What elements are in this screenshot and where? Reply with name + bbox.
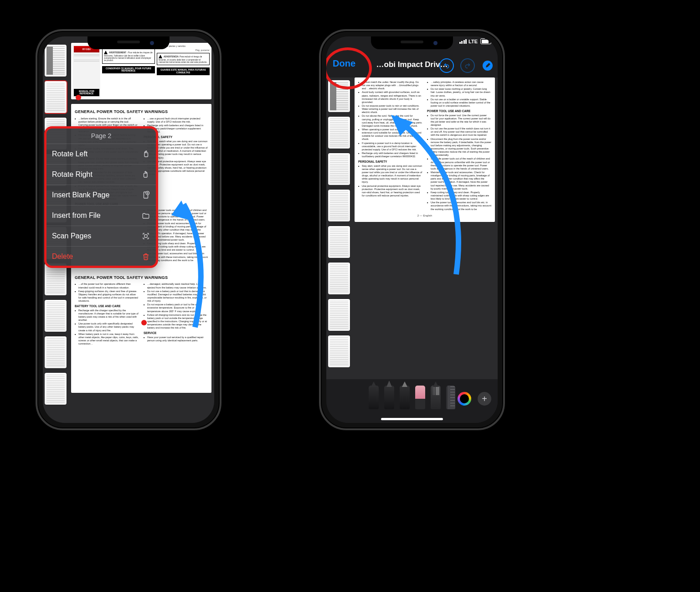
rotate-right-icon — [141, 170, 150, 179]
insert-from-file-item[interactable]: Insert from File — [46, 206, 157, 226]
page-thumbnail[interactable] — [328, 226, 350, 258]
notch — [371, 36, 453, 49]
rotate-left-item[interactable]: Rotate Left — [46, 144, 157, 165]
page-thumbnail[interactable] — [328, 263, 350, 294]
warning-box-es: ADVERTENCIA: Para reducir el riesgo de l… — [157, 53, 210, 65]
undo-button[interactable] — [439, 58, 454, 73]
annotation-dot — [76, 95, 81, 100]
battery-icon — [480, 38, 491, 44]
trash-icon — [141, 252, 150, 261]
markup-pen-button[interactable] — [481, 59, 494, 72]
page-thumbnail[interactable] — [328, 153, 350, 185]
phone-right: LTE Done …obi Impact Driv… — [319, 29, 505, 430]
annotation-dot — [141, 320, 147, 325]
scan-pages-item[interactable]: Scan Pages — [46, 226, 157, 247]
svg-rect-1 — [144, 173, 148, 177]
ruler-tool[interactable] — [446, 386, 455, 409]
page-thumbnail[interactable] — [328, 190, 350, 221]
rotate-left-icon — [141, 149, 150, 159]
page-thumbnail[interactable] — [328, 335, 350, 367]
rotate-right-item[interactable]: Rotate Right — [46, 165, 157, 185]
home-indicator — [381, 418, 443, 420]
warning-box-fr: AVERTISSEMENT : Pour réduire les risques… — [102, 49, 155, 64]
phone-left: RYOBI MANUAL FOR REFERENCE Commande de p… — [36, 29, 221, 430]
scan-icon — [141, 232, 150, 241]
safety-heading: GENERAL POWER TOOL SAFETY WARNINGS — [75, 109, 208, 115]
page-cover[interactable]: RYOBI MANUAL FOR REFERENCE Commande de p… — [71, 43, 211, 99]
page-thumbnail[interactable] — [45, 45, 67, 77]
thumbnail-sidebar[interactable] — [328, 80, 352, 377]
page-thumbnail[interactable] — [45, 300, 67, 332]
pencil-tool[interactable] — [400, 386, 410, 409]
page-thumbnail[interactable] — [328, 299, 350, 331]
done-button[interactable]: Done — [333, 58, 355, 69]
carrier-label: LTE — [468, 39, 478, 44]
redo-button[interactable] — [460, 58, 475, 73]
page-thumbnail[interactable] — [45, 263, 67, 295]
eraser-tool[interactable] — [415, 386, 425, 409]
page-thumbnail[interactable] — [45, 336, 67, 368]
insert-blank-item[interactable]: Insert Blank Page — [46, 185, 157, 206]
page-plus-icon — [141, 190, 150, 200]
folder-icon — [141, 211, 150, 220]
signal-icon — [459, 39, 467, 44]
svg-rect-3 — [144, 235, 147, 237]
notch — [88, 36, 170, 49]
add-shape-button[interactable]: + — [478, 392, 491, 406]
page-2[interactable]: …must match the outlet. Never modify the… — [355, 77, 495, 222]
markup-toolbar: + — [326, 379, 498, 423]
page-thumbnail[interactable] — [45, 81, 67, 113]
lasso-tool[interactable] — [431, 386, 441, 409]
highlighter-tool[interactable] — [384, 386, 394, 409]
context-menu-title: Page 2 — [46, 128, 157, 144]
page-thumbnail[interactable] — [328, 80, 350, 112]
page-thumbnail[interactable] — [328, 117, 350, 149]
status-bar: LTE — [459, 38, 491, 44]
svg-rect-0 — [144, 153, 148, 157]
pen-tool[interactable] — [369, 386, 379, 409]
color-picker-button[interactable] — [458, 392, 471, 406]
delete-item[interactable]: Delete — [46, 247, 157, 267]
page-thumbnail[interactable] — [45, 373, 67, 405]
page-context-menu: Page 2 Rotate Left Rotate Right Insert B… — [46, 128, 157, 267]
